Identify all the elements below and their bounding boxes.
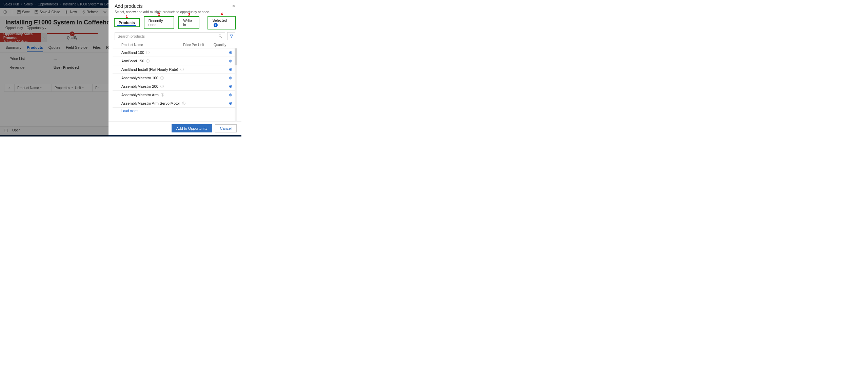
process-chevron[interactable]: ‹ xyxy=(41,33,47,42)
scroll-thumb[interactable] xyxy=(235,48,237,65)
save-icon xyxy=(17,10,21,14)
add-product-button[interactable]: ⊕ xyxy=(227,76,234,80)
close-button[interactable]: ✕ xyxy=(232,4,235,8)
list-item[interactable]: AssemblyMaestro Armi ⊕ xyxy=(113,91,237,99)
load-more-link[interactable]: Load more xyxy=(113,108,237,115)
search-input[interactable]: Search products xyxy=(115,32,225,40)
add-product-button[interactable]: ⊕ xyxy=(227,59,234,63)
breadcrumb-item[interactable]: Opportunities xyxy=(38,2,58,6)
price-list-label: Price List xyxy=(9,57,40,61)
filter-icon xyxy=(230,34,233,38)
back-icon xyxy=(3,10,7,14)
info-icon[interactable]: i xyxy=(146,51,150,54)
revenue-label: Revenue xyxy=(9,65,40,69)
panel-title: Add products xyxy=(115,3,143,9)
chevron-right-icon: › xyxy=(21,2,22,6)
tab-files[interactable]: Files xyxy=(93,45,101,52)
tab-recently-used[interactable]: 2 Recently used xyxy=(144,16,175,29)
svg-line-8 xyxy=(221,37,222,38)
filter-button[interactable] xyxy=(227,32,235,40)
product-list-header: Product Name Price Per Unit Quantity xyxy=(108,42,241,48)
annotation-1: 1 xyxy=(126,14,128,18)
tab-write-in[interactable]: 3 Write-in xyxy=(178,16,199,29)
add-products-panel: Add products ✕ Select, review and add mu… xyxy=(108,0,241,136)
process-stage-qualify[interactable]: ✓ Qualify xyxy=(47,33,98,42)
info-icon[interactable]: i xyxy=(180,68,184,71)
tab-summary[interactable]: Summary xyxy=(5,45,21,52)
product-name: AssemblyMaestro 200 xyxy=(121,84,158,88)
list-item[interactable]: ArmBand 100i ⊕ xyxy=(113,48,237,57)
list-item[interactable]: ArmBand Install (Flat Hourly Rate)i ⊕ xyxy=(113,65,237,74)
product-name: ArmBand 150 xyxy=(121,59,144,63)
info-icon[interactable]: i xyxy=(182,102,185,105)
list-item[interactable]: AssemblyMaestro 200i ⊕ xyxy=(113,82,237,91)
svg-point-0 xyxy=(4,10,7,14)
col-product-name: Product Name xyxy=(121,43,183,47)
refresh-label: Refresh xyxy=(86,10,98,14)
save-label: Save xyxy=(22,10,30,14)
svg-rect-2 xyxy=(18,10,20,12)
annotation-2: 2 xyxy=(158,12,160,16)
new-button[interactable]: New xyxy=(65,10,77,14)
tab-products-label: Products xyxy=(119,21,135,25)
chevron-right-icon: › xyxy=(35,2,36,6)
plus-icon xyxy=(65,10,68,14)
add-product-button[interactable]: ⊕ xyxy=(227,101,234,106)
svg-point-5 xyxy=(104,11,105,13)
annotation-4: 4 xyxy=(221,12,223,16)
breadcrumb-item[interactable]: Sales Hub xyxy=(3,2,19,6)
back-button[interactable] xyxy=(3,10,7,14)
list-item[interactable]: ArmBand 150i ⊕ xyxy=(113,57,237,65)
annotation-3: 3 xyxy=(188,12,190,16)
breadcrumb-item[interactable]: Sales xyxy=(24,2,33,6)
grid-col-check[interactable]: ✓ xyxy=(4,84,15,91)
save-close-button[interactable]: Save & Close xyxy=(35,10,60,14)
new-label: New xyxy=(70,10,77,14)
col-quantity: Quantity xyxy=(214,43,234,47)
grid-col-product-name[interactable]: Product Name xyxy=(15,84,52,91)
search-placeholder: Search products xyxy=(118,34,145,38)
info-icon[interactable]: i xyxy=(146,59,150,63)
save-button[interactable]: Save xyxy=(17,10,30,14)
add-to-opportunity-button[interactable]: Add to Opportunity xyxy=(172,124,212,132)
product-name: AssemblyMaestro Arm Servo Motor xyxy=(121,101,180,105)
tab-write-in-label: Write-in xyxy=(183,19,193,27)
entity-label: Opportunity xyxy=(5,26,23,30)
add-product-button[interactable]: ⊕ xyxy=(227,92,234,97)
tab-products[interactable]: Products xyxy=(27,45,43,52)
process-name: Opportunity Sales Process xyxy=(3,32,37,40)
svg-point-6 xyxy=(105,11,106,13)
price-list-value[interactable]: --- xyxy=(54,57,57,61)
tab-recently-used-label: Recently used xyxy=(149,19,163,27)
scrollbar[interactable]: ▴ ▾ xyxy=(235,48,237,122)
cancel-button[interactable]: Cancel xyxy=(215,124,237,132)
panel-tabs: 1 Products 2 Recently used 3 Write-in 4 … xyxy=(108,16,241,29)
status-icon[interactable] xyxy=(4,129,7,132)
chevron-right-icon: › xyxy=(60,2,61,6)
revenue-value[interactable]: User Provided xyxy=(54,65,79,69)
tab-field-service[interactable]: Field Service xyxy=(66,45,87,52)
svg-point-7 xyxy=(219,35,221,37)
check-icon: ✓ xyxy=(70,31,75,36)
form-selector[interactable]: Opportunity xyxy=(26,26,46,30)
info-icon[interactable]: i xyxy=(160,76,164,80)
panel-footer: Add to Opportunity Cancel xyxy=(108,121,241,135)
tab-quotes[interactable]: Quotes xyxy=(48,45,60,52)
process-active-stage[interactable]: Opportunity Sales Process Active for 35 … xyxy=(0,33,41,42)
process-duration: Active for 35 days xyxy=(3,40,37,43)
add-product-button[interactable]: ⊕ xyxy=(227,50,234,55)
refresh-icon xyxy=(81,10,85,14)
add-product-button[interactable]: ⊕ xyxy=(227,84,234,89)
list-item[interactable]: AssemblyMaestro Arm Servo Motori ⊕ xyxy=(113,99,237,108)
status-state: Open xyxy=(12,128,20,132)
grid-col-unit[interactable]: Unit xyxy=(72,84,93,91)
tab-selected[interactable]: 4 Selected 0 xyxy=(208,16,236,29)
list-item[interactable]: AssemblyMaestro 100i ⊕ xyxy=(113,74,237,82)
info-icon[interactable]: i xyxy=(160,85,164,88)
info-icon[interactable]: i xyxy=(161,93,164,97)
add-product-button[interactable]: ⊕ xyxy=(227,67,234,72)
tab-products[interactable]: 1 Products xyxy=(114,18,140,27)
selected-count-badge: 0 xyxy=(214,23,218,27)
grid-col-properties[interactable]: Properties xyxy=(52,84,72,91)
refresh-button[interactable]: Refresh xyxy=(81,10,98,14)
